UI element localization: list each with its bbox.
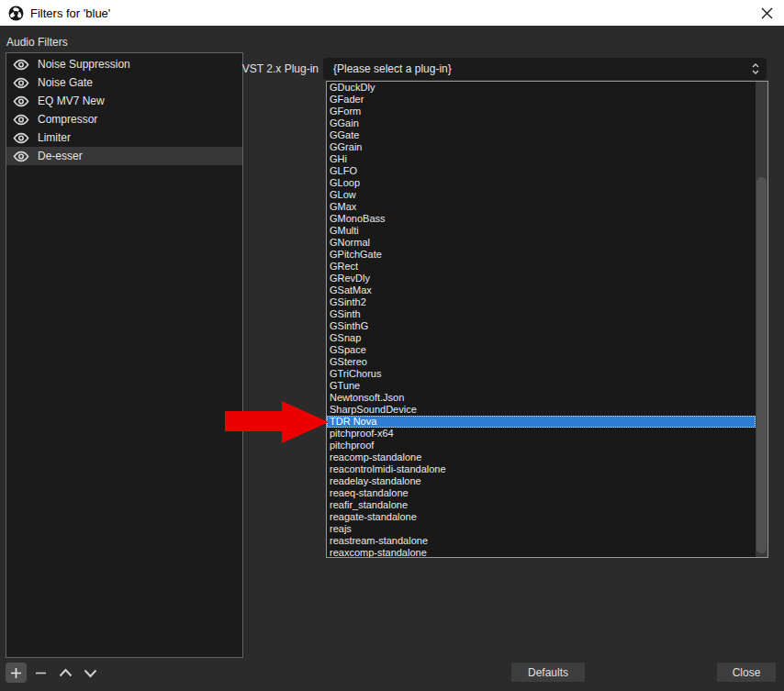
plugin-option[interactable]: Newtonsoft.Json [327,392,756,404]
plugin-option[interactable]: pitchproof [327,440,756,451]
plugin-option[interactable]: reacontrolmidi-standalone [327,463,756,475]
filter-name: Limiter [38,131,71,144]
plugin-option[interactable]: GSnap [327,332,756,344]
plugin-option[interactable]: GGain [327,117,756,129]
plugin-option[interactable]: GHi [327,153,756,165]
plugin-option[interactable]: pitchproof-x64 [327,428,756,440]
plugin-option[interactable]: GSinth [327,308,756,320]
plugin-option[interactable]: GMax [327,201,756,213]
plugin-option[interactable]: GTriChorus [327,368,756,380]
audio-filters-header: Audio Filters [6,36,68,49]
audio-filters-list: Noise SuppressionNoise GateEQ MV7 NewCom… [6,52,243,658]
obs-logo-icon [8,6,24,21]
add-filter-button[interactable] [6,663,27,683]
plugin-option[interactable]: reaeq-standalone [327,487,756,499]
visibility-eye-icon[interactable] [13,59,29,71]
plus-icon [10,667,22,679]
visibility-eye-icon[interactable] [13,95,29,107]
filter-row[interactable]: Noise Suppression [6,55,242,73]
window-close-button[interactable] [756,4,777,22]
plugin-option[interactable]: GRevDly [327,273,756,284]
plugin-option[interactable]: readelay-standalone [327,475,756,487]
close-button[interactable]: Close [717,663,776,682]
dropdown-scrollbar[interactable] [756,82,767,557]
plugin-option[interactable]: GDuckDly [327,82,756,94]
filter-name: Compressor [38,113,97,126]
dropdown-scrollbar-thumb[interactable] [756,177,767,553]
remove-filter-button[interactable] [30,663,51,683]
plugin-option[interactable]: GPitchGate [327,249,756,261]
filter-toolbar [6,663,105,683]
chevron-up-icon [59,668,73,678]
plugin-option[interactable]: GForm [327,106,756,117]
vst-plugin-combobox-value: {Please select a plug-in} [333,62,452,75]
plugin-option[interactable]: GGrain [327,141,756,153]
visibility-eye-icon[interactable] [13,114,29,126]
plugin-option[interactable]: GLoop [327,177,756,189]
defaults-button[interactable]: Defaults [511,663,585,682]
minus-icon [35,667,47,679]
close-icon [761,7,773,19]
plugin-option[interactable]: GFader [327,94,756,106]
plugin-options: GDuckDlyGFaderGFormGGainGGateGGrainGHiGL… [327,82,767,558]
plugin-option[interactable]: GSinthG [327,320,756,332]
filter-name: De-esser [38,150,83,162]
plugin-option[interactable]: GRect [327,261,756,273]
filter-row[interactable]: EQ MV7 New [6,92,242,110]
plugin-option[interactable]: TDR Nova [327,416,756,428]
window-title: Filters for 'blue' [30,6,110,20]
plugin-option[interactable]: GNormal [327,237,756,249]
plugin-option[interactable]: reaxcomp-standalone [327,547,756,558]
filter-name: Noise Gate [38,76,93,89]
vst-plugin-label: VST 2.x Plug-in [211,58,319,80]
plugin-option[interactable]: reagate-standalone [327,511,756,523]
plugin-option[interactable]: GSinth2 [327,296,756,308]
chevron-down-icon [84,668,97,678]
filter-row[interactable]: Compressor [6,110,242,128]
plugin-option[interactable]: reafir_standalone [327,499,756,511]
plugin-option[interactable]: GGate [327,129,756,141]
plugin-option[interactable]: reacomp-standalone [327,451,756,463]
visibility-eye-icon[interactable] [13,77,29,89]
plugin-option[interactable]: GLFO [327,165,756,177]
visibility-eye-icon[interactable] [13,132,29,144]
plugin-option[interactable]: GMonoBass [327,213,756,225]
plugin-option[interactable]: GSatMax [327,284,756,296]
plugin-option[interactable]: GStereo [327,356,756,368]
filter-name: EQ MV7 New [38,95,105,107]
plugin-option[interactable]: GLow [327,189,756,201]
move-filter-up-button[interactable] [55,663,76,683]
filter-row[interactable]: Noise Gate [6,73,242,92]
plugin-option[interactable]: reajs [327,523,756,535]
vst-plugin-dropdown: GDuckDlyGFaderGFormGGainGGateGGrainGHiGL… [326,81,768,558]
titlebar: Filters for 'blue' [0,0,784,26]
plugin-option[interactable]: reastream-standalone [327,535,756,547]
filter-row[interactable]: Limiter [6,128,242,147]
plugin-option[interactable]: GTune [327,380,756,392]
visibility-eye-icon[interactable] [13,150,29,162]
filter-name: Noise Suppression [38,58,130,71]
filters-dialog: Filters for 'blue' Audio Filters Noise S… [0,0,784,691]
filter-row[interactable]: De-esser [6,147,242,165]
plugin-option[interactable]: GMulti [327,225,756,237]
move-filter-down-button[interactable] [80,663,101,683]
plugin-option[interactable]: SharpSoundDevice [327,404,756,416]
vst-plugin-combobox[interactable]: {Please select a plug-in} [323,58,767,80]
combobox-spinner-icon [751,62,760,75]
plugin-option[interactable]: GSpace [327,344,756,356]
